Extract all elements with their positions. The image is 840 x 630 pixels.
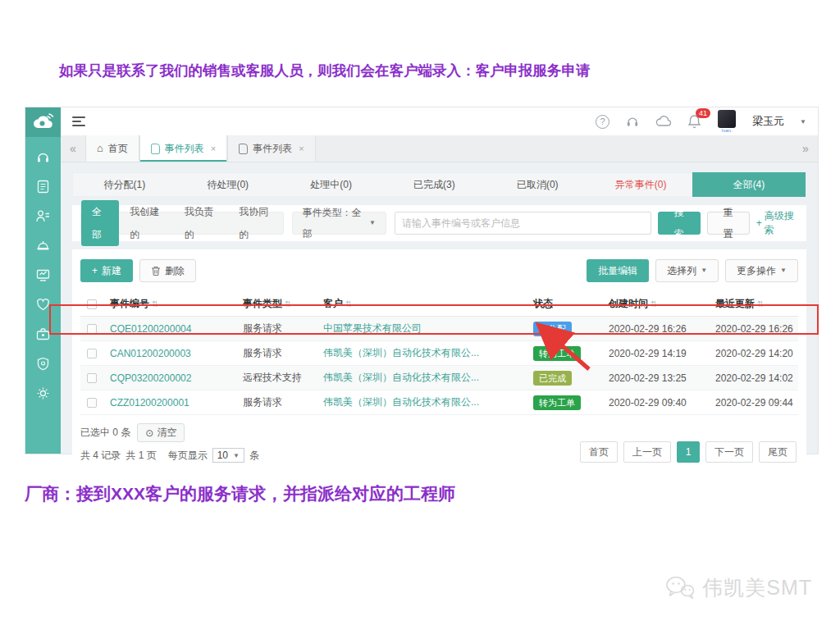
plus-icon: +	[756, 217, 762, 229]
header-event-id[interactable]: 事件编号⇅	[110, 297, 243, 311]
created-cell: 2020-02-29 16:26	[609, 323, 715, 335]
advanced-search-link[interactable]: + 高级搜索	[756, 209, 798, 237]
selected-count: 已选中 0 条	[80, 426, 130, 440]
user-name[interactable]: 梁玉元	[752, 114, 784, 129]
app-logo[interactable]	[25, 107, 61, 137]
search-input[interactable]	[395, 212, 651, 235]
header-created[interactable]: 创建时间⇅	[609, 297, 715, 311]
topbar-right: ? 41	[596, 110, 806, 134]
status-tab-pending-handle[interactable]: 待处理(0)	[176, 172, 280, 197]
tabs-scroll-right-icon[interactable]: »	[793, 135, 818, 162]
sidebar-item-helmet-icon[interactable]	[35, 238, 51, 253]
scope-all[interactable]: 全部	[81, 200, 119, 246]
document-icon	[151, 144, 160, 154]
tab-event-list[interactable]: 事件列表 ×	[227, 135, 315, 162]
pagination-page-1[interactable]: 1	[677, 441, 700, 463]
clear-icon: ⊙	[145, 427, 153, 439]
notifications-bell[interactable]: 41	[687, 114, 701, 129]
customer-link[interactable]: 中国苹果技术有限公司	[323, 322, 533, 336]
close-tab-icon[interactable]: ×	[299, 144, 304, 153]
updated-cell: 2020-02-29 14:02	[715, 372, 797, 384]
customer-link[interactable]: 伟凯美（深圳）自动化技术有限公...	[323, 346, 533, 360]
updated-cell: 2020-02-29 14:20	[715, 348, 797, 359]
user-avatar[interactable]: Ivan.	[717, 110, 737, 134]
sidebar-toggle-icon[interactable]	[72, 116, 85, 126]
sidebar-item-events-icon[interactable]	[35, 179, 51, 194]
event-id-link[interactable]: CQP03200200002	[110, 372, 243, 384]
created-cell: 2020-02-29 09:40	[609, 397, 715, 409]
wechat-icon	[664, 575, 696, 601]
tab-event-list-active[interactable]: 事件列表 ×	[139, 135, 227, 162]
event-type-dropdown[interactable]: 事件类型：全部 ▼	[292, 212, 386, 235]
sidebar-item-monitor-icon[interactable]	[35, 267, 51, 283]
document-icon	[239, 144, 248, 154]
scope-collaborating[interactable]: 我协同的	[228, 200, 282, 246]
chevron-down-icon: ▼	[701, 260, 707, 281]
sidebar-item-favorites-icon[interactable]	[35, 297, 51, 313]
row-checkbox[interactable]	[87, 398, 97, 408]
user-menu-caret-icon[interactable]: ▼	[800, 118, 806, 126]
sidebar-item-service-icon[interactable]	[35, 149, 51, 165]
new-event-label: 新建	[102, 260, 121, 281]
trash-icon	[151, 266, 161, 276]
home-icon: ⌂	[97, 144, 103, 153]
status-tab-completed[interactable]: 已完成(3)	[382, 172, 486, 197]
batch-edit-button[interactable]: 批量编辑	[587, 259, 649, 282]
scope-owned-by-me[interactable]: 我负责的	[174, 200, 228, 246]
tabs-scroll-left-icon[interactable]: «	[61, 135, 85, 162]
tab-label: 事件列表	[253, 142, 292, 156]
customer-link[interactable]: 伟凯美（深圳）自动化技术有限公...	[323, 395, 533, 409]
status-tab-abnormal[interactable]: 异常事件(0)	[589, 172, 692, 197]
status-badge: 待分配	[533, 322, 572, 336]
customer-link[interactable]: 伟凯美（深圳）自动化技术有限公...	[323, 371, 533, 385]
status-tab-all-active[interactable]: 全部(4)	[692, 172, 806, 197]
event-id-link[interactable]: CZZ01200200001	[110, 397, 243, 409]
header-customer[interactable]: 客户⇅	[323, 297, 533, 311]
new-event-button[interactable]: + 新建	[80, 259, 133, 282]
watermark: 伟凯美SMT	[664, 574, 812, 601]
delete-button[interactable]: 删除	[139, 259, 196, 282]
scope-created-by-me[interactable]: 我创建的	[119, 200, 173, 246]
event-table-card: + 新建 删除 批量编辑 选择列	[72, 249, 806, 472]
sidebar-item-settings-icon[interactable]	[35, 386, 51, 401]
cloud-sync-icon[interactable]	[655, 115, 672, 128]
row-checkbox[interactable]	[87, 349, 97, 358]
table-row[interactable]: CZZ01200200001 服务请求 伟凯美（深圳）自动化技术有限公... 转…	[80, 390, 798, 415]
event-id-link[interactable]: CAN01200200003	[110, 348, 243, 359]
pagination-last[interactable]: 尾页	[759, 441, 797, 463]
table-row[interactable]: CQE01200200004 服务请求 中国苹果技术有限公司 待分配 2020-…	[80, 317, 798, 341]
table-footer: 已选中 0 条 ⊙ 清空 共 4 记录 共 1 页 每页显示 10	[80, 423, 798, 463]
search-button[interactable]: 搜 索	[658, 212, 701, 235]
clear-label: 清空	[157, 426, 176, 440]
select-columns-dropdown[interactable]: 选择列 ▼	[655, 259, 719, 282]
more-actions-dropdown[interactable]: 更多操作 ▼	[725, 259, 798, 282]
header-updated[interactable]: 最近更新⇅	[715, 297, 797, 311]
sidebar-item-security-icon[interactable]	[35, 356, 51, 372]
header-event-type[interactable]: 事件类型⇅	[243, 297, 323, 311]
table-action-right: 批量编辑 选择列 ▼ 更多操作 ▼	[587, 259, 798, 282]
close-tab-icon[interactable]: ×	[211, 144, 216, 153]
help-icon[interactable]: ?	[596, 115, 609, 129]
pagination-first[interactable]: 首页	[580, 441, 618, 463]
select-all-checkbox[interactable]	[87, 299, 97, 309]
cloud-logo-icon	[32, 113, 54, 131]
sidebar-item-workbench-icon[interactable]	[35, 326, 51, 342]
table-row[interactable]: CAN01200200003 服务请求 伟凯美（深圳）自动化技术有限公... 转…	[80, 341, 798, 366]
created-cell: 2020-02-29 13:25	[609, 372, 715, 384]
slide-canvas: 如果只是联系了我们的销售或客服人员，则我们会在客户端录入：客户申报服务申请	[0, 0, 840, 630]
pagination-prev[interactable]: 上一页	[623, 441, 671, 463]
headset-icon[interactable]	[625, 114, 640, 129]
status-tab-in-progress[interactable]: 处理中(0)	[280, 172, 383, 197]
event-id-link[interactable]: CQE01200200004	[110, 323, 243, 335]
row-checkbox[interactable]	[87, 324, 97, 334]
per-page-select[interactable]: 10 ▼	[212, 448, 244, 463]
table-row[interactable]: CQP03200200002 远程技术支持 伟凯美（深圳）自动化技术有限公...…	[80, 366, 798, 390]
status-tab-cancelled[interactable]: 已取消(0)	[486, 172, 589, 197]
tab-home[interactable]: ⌂ 首页	[85, 135, 139, 162]
clear-selection-button[interactable]: ⊙ 清空	[137, 423, 185, 442]
status-tab-pending-assign[interactable]: 待分配(1)	[73, 172, 176, 197]
reset-button[interactable]: 重 置	[707, 212, 750, 235]
pagination-next[interactable]: 下一页	[705, 441, 753, 463]
sidebar-item-customers-icon[interactable]	[35, 208, 51, 224]
row-checkbox[interactable]	[87, 373, 97, 383]
